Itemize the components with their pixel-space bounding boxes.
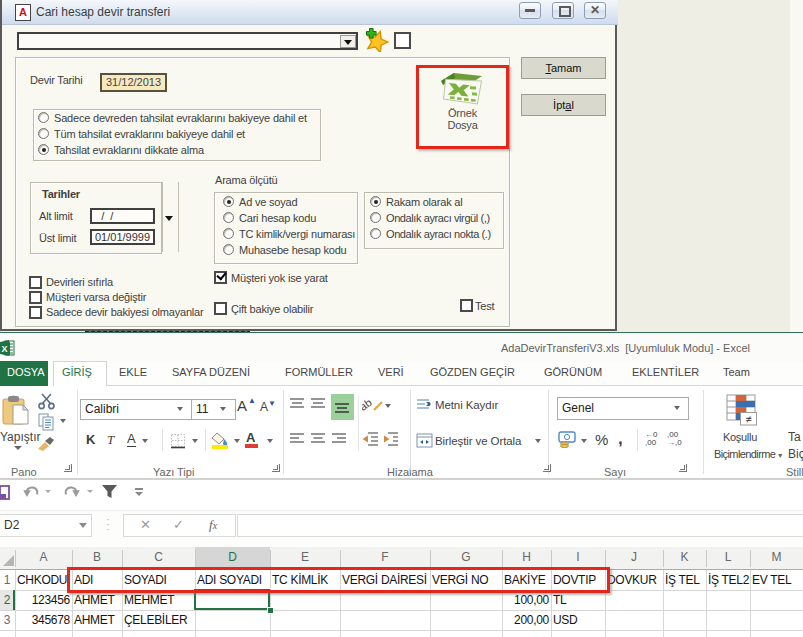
svg-text:X: X — [1, 344, 7, 354]
svg-text:ab: ab — [362, 396, 374, 413]
svg-text:≠: ≠ — [745, 413, 751, 425]
